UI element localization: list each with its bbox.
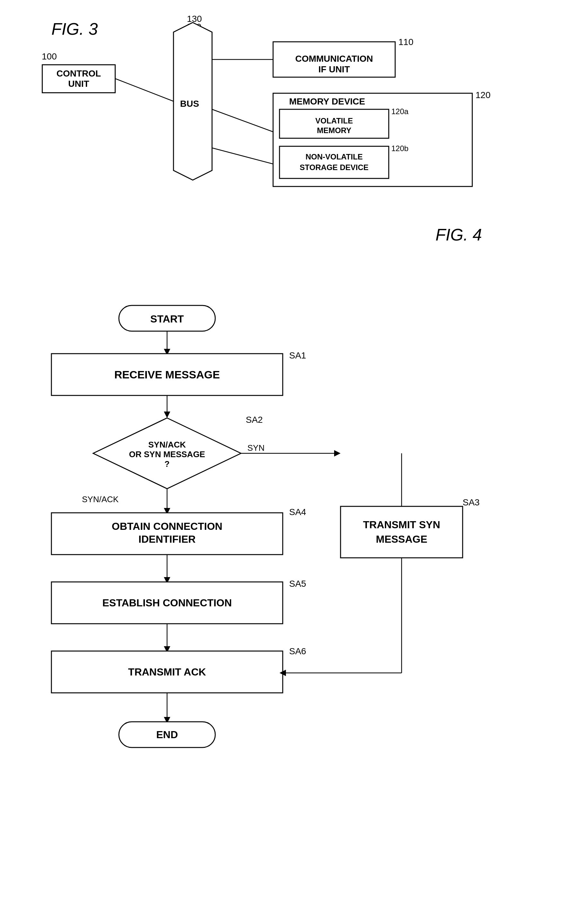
svg-text:END: END bbox=[156, 729, 178, 741]
control-unit-label: CONTROL UNIT bbox=[56, 68, 101, 89]
svg-rect-22 bbox=[119, 305, 215, 331]
svg-rect-54 bbox=[51, 582, 283, 624]
svg-rect-10 bbox=[273, 93, 472, 186]
svg-text:SYN/ACK: SYN/ACK bbox=[148, 440, 186, 449]
svg-text:MEMORY DEVICE: MEMORY DEVICE bbox=[289, 96, 365, 106]
svg-text:SYN/ACK: SYN/ACK bbox=[82, 495, 119, 504]
fig4-svg: START RECEIVE MESSAGE SA1 SYN/ACK OR SYN… bbox=[32, 219, 546, 910]
svg-text:COMMUNICATION: COMMUNICATION bbox=[295, 54, 373, 64]
svg-marker-63 bbox=[280, 670, 286, 676]
svg-text:?: ? bbox=[165, 459, 170, 469]
fig3-svg: BUS COMMUNICATION IF UNIT 110 MEMORY DEV… bbox=[32, 13, 546, 193]
svg-text:SA5: SA5 bbox=[289, 579, 306, 589]
svg-text:IDENTIFIER: IDENTIFIER bbox=[138, 533, 196, 545]
svg-text:STORAGE DEVICE: STORAGE DEVICE bbox=[300, 163, 369, 172]
svg-text:SA4: SA4 bbox=[289, 507, 306, 517]
fig4-title: FIG. 4 bbox=[436, 225, 482, 244]
svg-rect-6 bbox=[273, 42, 395, 77]
svg-text:SA6: SA6 bbox=[289, 646, 306, 656]
svg-text:120b: 120b bbox=[391, 144, 408, 153]
svg-rect-17 bbox=[280, 146, 389, 178]
fig3-diagram: FIG. 3 130 100 CONTROL UNIT BUS COMMUN bbox=[32, 13, 546, 193]
svg-marker-57 bbox=[164, 646, 170, 653]
svg-marker-30 bbox=[164, 411, 170, 418]
svg-text:SYN: SYN bbox=[247, 443, 264, 453]
svg-text:START: START bbox=[150, 313, 184, 325]
svg-marker-52 bbox=[164, 577, 170, 584]
svg-marker-25 bbox=[164, 349, 170, 355]
fig4-diagram: FIG. 4 START RECEIVE MESSAGE SA1 SYN/ACK… bbox=[32, 219, 546, 910]
svg-text:MEMORY: MEMORY bbox=[317, 126, 351, 135]
svg-text:110: 110 bbox=[398, 37, 413, 47]
svg-text:SA3: SA3 bbox=[463, 497, 480, 507]
svg-marker-0 bbox=[173, 23, 212, 180]
svg-rect-41 bbox=[51, 513, 283, 554]
svg-rect-47 bbox=[341, 507, 463, 558]
svg-rect-66 bbox=[119, 722, 215, 747]
svg-text:NON-VOLATILE: NON-VOLATILE bbox=[306, 152, 363, 161]
svg-text:TRANSMIT SYN: TRANSMIT SYN bbox=[363, 519, 440, 530]
label-100: 100 bbox=[42, 51, 57, 62]
svg-line-2 bbox=[116, 79, 173, 101]
svg-marker-65 bbox=[164, 717, 170, 723]
label-130: 130 bbox=[186, 22, 201, 32]
page: FIG. 3 130 100 CONTROL UNIT BUS COMMUN bbox=[0, 0, 586, 924]
control-unit-box: CONTROL UNIT bbox=[42, 64, 116, 93]
svg-text:120: 120 bbox=[476, 90, 491, 100]
svg-text:BUS: BUS bbox=[180, 99, 199, 109]
svg-rect-59 bbox=[51, 651, 283, 693]
svg-line-4 bbox=[212, 109, 273, 132]
svg-marker-45 bbox=[334, 450, 341, 457]
svg-text:120a: 120a bbox=[391, 107, 409, 116]
svg-line-5 bbox=[212, 148, 273, 164]
svg-text:RECEIVE MESSAGE: RECEIVE MESSAGE bbox=[114, 368, 220, 381]
svg-text:MESSAGE: MESSAGE bbox=[376, 533, 427, 545]
svg-marker-31 bbox=[93, 418, 241, 489]
svg-text:OBTAIN CONNECTION: OBTAIN CONNECTION bbox=[112, 520, 222, 532]
svg-text:SA2: SA2 bbox=[246, 415, 263, 425]
svg-marker-39 bbox=[164, 508, 170, 515]
svg-text:TRANSMIT ACK: TRANSMIT ACK bbox=[128, 666, 206, 678]
svg-rect-13 bbox=[280, 109, 389, 138]
fig3-title: FIG. 3 bbox=[51, 19, 98, 39]
svg-text:IF UNIT: IF UNIT bbox=[318, 64, 350, 74]
svg-text:VOLATILE: VOLATILE bbox=[316, 116, 353, 125]
svg-rect-26 bbox=[51, 354, 283, 396]
svg-text:OR SYN MESSAGE: OR SYN MESSAGE bbox=[129, 449, 205, 459]
svg-text:SA1: SA1 bbox=[289, 350, 306, 360]
svg-text:ESTABLISH CONNECTION: ESTABLISH CONNECTION bbox=[102, 597, 232, 609]
